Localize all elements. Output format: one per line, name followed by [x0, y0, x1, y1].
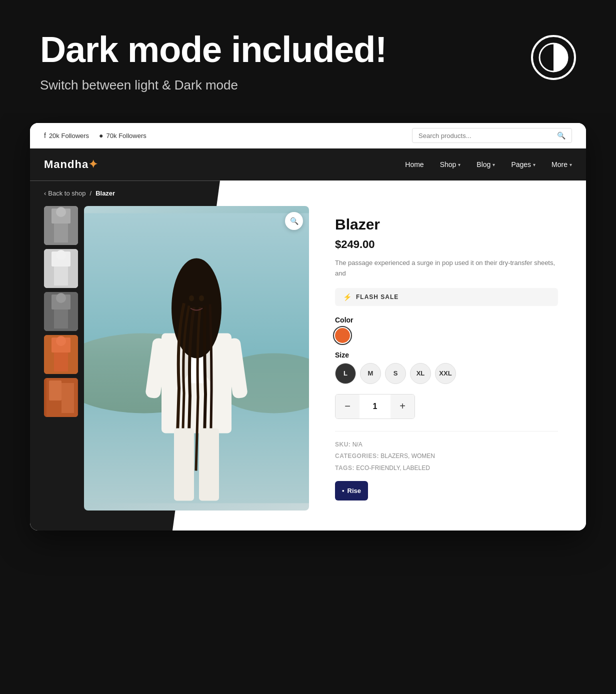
product-title: Blazer	[335, 216, 558, 233]
chevron-down-icon: ▾	[492, 162, 495, 168]
breadcrumb: ‹ Back to shop / Blazer	[30, 180, 586, 206]
meta-categories: CATEGORIES: BLAZERS, WOMEN	[335, 451, 558, 462]
nav-pages[interactable]: Pages▾	[511, 160, 536, 168]
product-price: $249.00	[335, 238, 558, 251]
size-XXL[interactable]: XXL	[435, 363, 456, 384]
instagram-followers[interactable]: ● 70k Followers	[99, 132, 146, 140]
quantity-section: − 1 +	[335, 394, 558, 419]
banner-subtitle: Switch between light & Dark mode	[40, 78, 531, 93]
facebook-icon: f	[44, 132, 46, 140]
main-product-image: 🔍	[84, 206, 309, 510]
banner-text: Dark mode included! Switch between light…	[40, 30, 531, 93]
thumbnail-1[interactable]	[44, 206, 78, 245]
chevron-down-icon: ▾	[570, 162, 572, 168]
logo-text: Mandha	[44, 158, 88, 170]
nav-shop[interactable]: Shop▾	[440, 160, 461, 168]
meta-sku: SKU: N/A	[335, 440, 558, 450]
instagram-icon: ●	[99, 132, 103, 140]
color-options	[335, 328, 558, 343]
search-bar[interactable]: 🔍	[412, 128, 572, 143]
svg-point-16	[56, 336, 66, 346]
svg-rect-20	[62, 383, 74, 413]
size-L[interactable]: L	[335, 363, 356, 384]
size-XL[interactable]: XL	[410, 363, 431, 384]
nav-bar: Mandha✦ Home Shop▾ Blog▾ Pages▾ More▾	[30, 148, 586, 180]
flash-sale-badge: ⚡ FLASH SALE	[335, 288, 558, 306]
logo-asterisk: ✦	[88, 158, 98, 170]
product-thumbnails	[44, 206, 78, 510]
thumbnail-4[interactable]	[44, 335, 78, 374]
browser-card: f 20k Followers ● 70k Followers 🔍 Mandha…	[30, 123, 586, 530]
svg-rect-7	[54, 266, 68, 286]
banner-section: Dark mode included! Switch between light…	[0, 0, 616, 113]
quantity-control: − 1 +	[335, 394, 415, 419]
thumbnail-5[interactable]	[44, 378, 78, 417]
svg-point-34	[199, 296, 204, 302]
size-S[interactable]: S	[385, 363, 406, 384]
svg-rect-15	[54, 352, 68, 372]
search-icon: 🔍	[557, 132, 566, 140]
svg-point-8	[56, 250, 66, 260]
facebook-followers-count: 20k Followers	[49, 132, 89, 140]
nav-links: Home Shop▾ Blog▾ Pages▾ More▾	[405, 160, 572, 168]
svg-rect-36	[199, 428, 219, 501]
thumbnail-2[interactable]	[44, 249, 78, 288]
svg-rect-19	[49, 380, 62, 400]
color-swatch-orange[interactable]	[335, 328, 350, 343]
flash-icon: ⚡	[343, 293, 352, 301]
product-layout: 🔍	[30, 206, 586, 530]
facebook-followers[interactable]: f 20k Followers	[44, 132, 89, 140]
logo[interactable]: Mandha✦	[44, 158, 98, 171]
size-M[interactable]: M	[360, 363, 381, 384]
size-section: Size L M S XL XXL	[335, 351, 558, 384]
theme-toggle-button[interactable]	[531, 35, 576, 80]
quantity-decrease-button[interactable]: −	[336, 394, 360, 418]
chevron-down-icon: ▾	[533, 162, 536, 168]
svg-point-33	[189, 296, 194, 302]
chevron-down-icon: ▾	[458, 162, 460, 168]
nav-blog[interactable]: Blog▾	[476, 160, 495, 168]
zoom-button[interactable]: 🔍	[285, 212, 303, 230]
quantity-increase-button[interactable]: +	[390, 394, 414, 418]
banner-title: Dark mode included!	[40, 30, 531, 70]
rise-badge[interactable]: ▪ Rise	[335, 481, 368, 500]
svg-point-4	[56, 207, 66, 217]
svg-rect-3	[54, 224, 68, 242]
instagram-followers-count: 70k Followers	[106, 132, 146, 140]
breadcrumb-current: Blazer	[96, 190, 115, 197]
back-to-shop-link[interactable]: ‹ Back to shop	[44, 190, 86, 197]
rise-label: Rise	[348, 485, 361, 496]
thumbnail-3[interactable]	[44, 292, 78, 331]
quantity-value: 1	[360, 402, 390, 411]
product-description: The passage experienced a surge in pop u…	[335, 258, 558, 279]
top-bar: f 20k Followers ● 70k Followers 🔍	[30, 123, 586, 148]
nav-home[interactable]: Home	[405, 160, 424, 168]
meta-tags: TAGS: ECO-FRIENDLY, LABELED	[335, 463, 558, 474]
svg-rect-35	[174, 428, 194, 501]
flash-sale-label: FLASH SALE	[356, 294, 398, 300]
nav-more[interactable]: More▾	[552, 160, 572, 168]
search-input[interactable]	[418, 132, 553, 140]
rise-icon: ▪	[342, 485, 344, 496]
social-links: f 20k Followers ● 70k Followers	[44, 132, 146, 140]
svg-point-12	[56, 293, 66, 303]
product-meta: SKU: N/A CATEGORIES: BLAZERS, WOMEN TAGS…	[335, 431, 558, 500]
color-section: Color	[335, 316, 558, 343]
size-label: Size	[335, 351, 558, 359]
color-label: Color	[335, 316, 558, 324]
size-options: L M S XL XXL	[335, 363, 558, 384]
svg-rect-11	[54, 310, 68, 328]
main-content-area: ‹ Back to shop / Blazer	[30, 180, 586, 530]
product-details: Blazer $249.00 The passage experienced a…	[321, 206, 572, 510]
breadcrumb-separator: /	[90, 190, 92, 197]
